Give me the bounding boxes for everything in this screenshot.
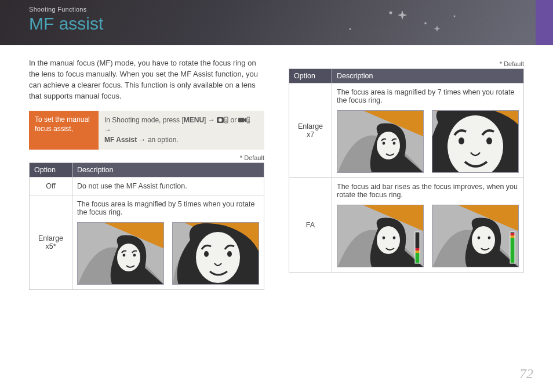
example-image-fa-high: [432, 205, 519, 267]
svg-point-37: [393, 236, 396, 239]
camera-mode-icon-1: 1: [217, 117, 228, 124]
table-row: FA The focus aid bar rises as the focus …: [289, 178, 524, 273]
option-name: Off: [30, 177, 72, 195]
option-desc: Do not use the MF Assist function.: [72, 177, 264, 195]
set-instruction-body: In Shooting mode, press [MENU] → 1 or 1 …: [99, 111, 264, 149]
left-column: In the manual focus (MF) mode, you have …: [29, 58, 264, 290]
svg-point-17: [133, 253, 136, 256]
svg-point-1: [424, 22, 427, 24]
table-header-description: Description: [332, 69, 524, 84]
arrow-text: →: [104, 126, 111, 134]
svg-point-16: [123, 253, 126, 256]
svg-point-22: [227, 251, 232, 257]
example-image-enlarged-x5: [172, 222, 259, 285]
option-desc-text: The focus area is magnified by 7 times w…: [337, 88, 514, 104]
set-instruction-box: To set the manual focus assist, In Shoot…: [29, 111, 264, 149]
arrow-text: →: [139, 136, 146, 144]
default-note-left: * Default: [29, 154, 264, 161]
table-header-description: Description: [72, 162, 264, 177]
page-number: 72: [519, 366, 533, 382]
menu-key-label: MENU: [184, 116, 204, 124]
svg-rect-8: [238, 118, 244, 122]
svg-rect-39: [415, 253, 420, 263]
set-instruction-label: To set the manual focus assist,: [29, 111, 99, 149]
options-table-right: Option Description Enlarge x7 The focus …: [289, 68, 524, 273]
svg-point-2: [349, 28, 351, 30]
example-image-row: [337, 205, 519, 267]
svg-rect-40: [415, 251, 420, 253]
example-image-normal: [77, 222, 164, 285]
example-image-fa-low: [337, 205, 424, 267]
svg-point-32: [486, 137, 492, 144]
svg-point-26: [383, 141, 385, 144]
option-desc-text: The focus aid bar rises as the focus imp…: [337, 183, 518, 199]
instr-text: ] →: [204, 116, 215, 124]
option-desc-text: The focus area is magnified by 5 times w…: [77, 200, 254, 216]
svg-point-27: [393, 141, 396, 144]
example-image-row: [337, 110, 519, 173]
header-sparkle-decoration: [31, 6, 507, 41]
svg-text:1: 1: [225, 118, 227, 122]
movie-mode-icon-1: 1: [238, 117, 250, 124]
option-desc: The focus area is magnified by 5 times w…: [72, 195, 264, 289]
svg-text:1: 1: [248, 118, 250, 122]
mf-assist-bold: MF Assist: [104, 136, 137, 144]
svg-rect-51: [510, 233, 515, 235]
table-header-option: Option: [289, 69, 332, 84]
svg-rect-41: [415, 248, 420, 251]
or-text: or: [230, 116, 237, 124]
right-column: * Default Option Description Enlarge x7 …: [289, 58, 524, 290]
svg-point-3: [454, 16, 456, 17]
option-name: Enlarge x5*: [30, 195, 72, 289]
svg-point-47: [488, 236, 491, 239]
svg-point-0: [390, 12, 392, 14]
default-note-right: * Default: [289, 60, 524, 67]
option-desc: The focus area is magnified by 7 times w…: [332, 84, 524, 178]
table-row: Enlarge x5* The focus area is magnified …: [30, 195, 264, 289]
svg-point-5: [219, 118, 222, 122]
table-row: Enlarge x7 The focus area is magnified b…: [289, 84, 524, 178]
svg-point-31: [459, 137, 464, 144]
svg-point-46: [478, 236, 481, 239]
instr-suffix: an option.: [148, 136, 179, 144]
svg-marker-9: [244, 118, 246, 122]
page-header: Shooting Functions MF assist: [0, 0, 553, 45]
example-image-row: [77, 222, 259, 285]
option-name: FA: [289, 178, 332, 273]
content-area: In the manual focus (MF) mode, you have …: [0, 45, 553, 290]
intro-text: In the manual focus (MF) mode, you have …: [29, 58, 264, 101]
options-table-left: Option Description Off Do not use the MF…: [29, 162, 264, 290]
svg-rect-50: [510, 235, 515, 238]
option-name: Enlarge x7: [289, 84, 332, 178]
table-row: Off Do not use the MF Assist function.: [30, 177, 264, 195]
svg-point-36: [383, 236, 385, 239]
svg-point-21: [204, 251, 209, 257]
table-header-option: Option: [30, 162, 72, 177]
svg-rect-49: [510, 238, 515, 263]
example-image-enlarged-x7: [432, 110, 519, 173]
example-image-normal: [337, 110, 424, 173]
option-desc: The focus aid bar rises as the focus imp…: [332, 178, 524, 273]
instr-text: In Shooting mode, press [: [104, 116, 184, 124]
